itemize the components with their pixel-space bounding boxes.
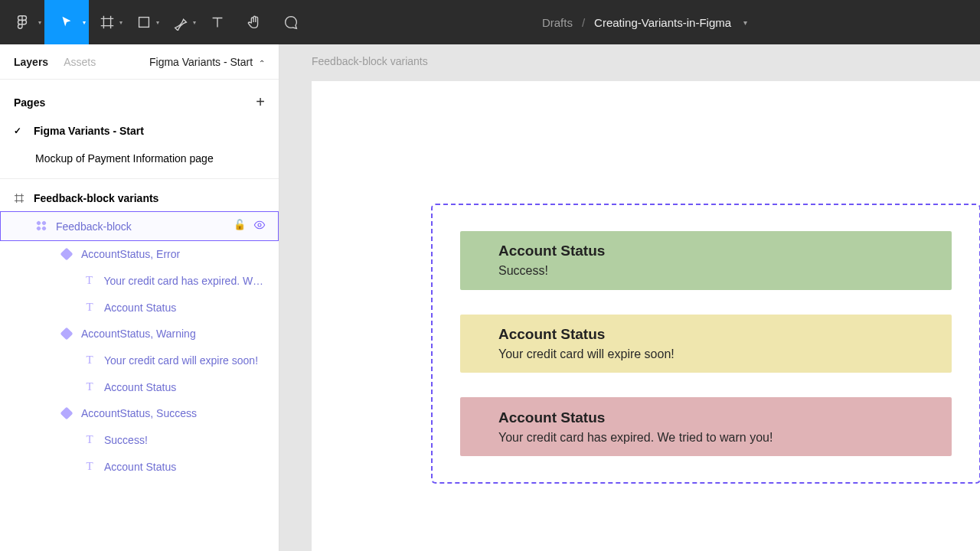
layer-label: AccountStatus, Success [81,407,197,419]
text-layer-icon: T [83,380,96,393]
canvas-frame[interactable]: Account Status Success! Account Status Y… [312,81,980,551]
layer-variant[interactable]: AccountStatus, Error [0,241,279,267]
pen-tool-button[interactable]: ▾ [162,0,199,44]
chevron-up-icon: ⌃ [259,59,265,67]
variant-icon [60,329,74,338]
feedback-card-error[interactable]: Account Status Your credit card has expi… [460,397,952,456]
variant-container[interactable]: Account Status Success! Account Status Y… [431,204,980,484]
svg-rect-0 [139,18,149,28]
pen-icon [172,14,189,31]
figma-logo-icon [14,14,31,31]
layer-frame[interactable]: Feedback-block variants [0,185,279,211]
svg-point-1 [258,223,261,227]
frame-icon [99,14,116,31]
layer-label: Feedback-block [56,220,132,233]
card-body: Success! [498,264,913,278]
text-layer-icon: T [83,301,96,314]
hand-icon [246,14,263,31]
card-title: Account Status [498,409,913,426]
tab-assets[interactable]: Assets [64,56,96,68]
page-selector[interactable]: Figma Variants - Start ⌃ [149,56,265,68]
layer-text[interactable]: T Account Status [0,453,279,480]
add-page-button[interactable]: + [256,93,265,111]
visibility-icon[interactable] [253,219,266,233]
move-tool-button[interactable]: ▾ [44,0,89,44]
card-title: Account Status [498,326,913,343]
divider [0,178,279,179]
page-row[interactable]: ✓ Figma Variants - Start [0,117,279,145]
page-row[interactable]: Mockup of Payment Information page [0,145,279,172]
layer-label: AccountStatus, Error [81,248,180,260]
rectangle-icon [136,14,152,31]
layer-label: AccountStatus, Warning [81,328,196,340]
variant-icon [60,409,74,418]
text-layer-icon: T [83,354,96,367]
hand-tool-button[interactable] [236,0,273,44]
cursor-icon [58,14,75,31]
text-layer-icon: T [83,460,96,473]
chevron-down-icon: ▾ [83,19,86,26]
layer-label: Your credit card has expired. We … [103,275,266,287]
layer-text[interactable]: T Account Status [0,294,279,321]
layer-component-set[interactable]: Feedback-block 🔓 [0,211,279,241]
layer-text[interactable]: T Your credit card will expire soon! [0,347,279,373]
figma-menu-button[interactable]: ▾ [0,0,44,44]
text-layer-icon: T [83,433,96,446]
page-name: Figma Variants - Start [34,125,144,137]
layer-label: Your credit card will expire soon! [104,354,258,367]
breadcrumb-location: Drafts [542,16,573,29]
tab-layers[interactable]: Layers [14,56,48,68]
layer-text[interactable]: T Your credit card has expired. We … [0,267,279,294]
check-icon: ✓ [14,126,26,136]
text-icon [209,14,226,31]
variant-icon [60,249,74,259]
layer-label: Feedback-block variants [34,192,158,204]
layer-text[interactable]: T Success! [0,426,279,453]
card-body: Your credit card has expired. We tried t… [498,431,913,445]
shape-tool-button[interactable]: ▾ [126,0,162,44]
left-panel: Layers Assets Figma Variants - Start ⌃ P… [0,44,279,551]
page-name: Mockup of Payment Information page [35,152,214,165]
pages-header: Pages + [0,80,279,117]
layer-label: Account Status [104,302,176,314]
comment-icon [283,14,299,31]
chevron-down-icon: ▾ [156,19,159,26]
chevron-down-icon: ▾ [193,19,196,26]
frame-tool-button[interactable]: ▾ [89,0,126,44]
breadcrumb-separator: / [582,16,585,29]
comment-tool-button[interactable] [273,0,309,44]
component-set-icon [34,221,48,231]
layer-label: Account Status [104,381,176,393]
layer-text[interactable]: T Account Status [0,373,279,400]
layer-label: Success! [104,434,148,446]
canvas[interactable]: Feedback-block variants Account Status S… [279,44,980,551]
layer-variant[interactable]: AccountStatus, Success [0,400,279,426]
text-layer-icon: T [83,274,96,287]
card-title: Account Status [498,243,913,259]
chevron-down-icon: ▾ [38,19,41,26]
text-tool-button[interactable] [199,0,236,44]
feedback-card-warning[interactable]: Account Status Your credit card will exp… [460,315,952,373]
layer-variant[interactable]: AccountStatus, Warning [0,321,279,347]
layer-label: Account Status [104,461,176,473]
frame-icon [12,192,26,204]
top-toolbar: ▾ ▾ ▾ ▾ ▾ Drafts / Creating-Variants-in-… [0,0,980,44]
unlock-icon[interactable]: 🔓 [234,219,246,233]
pages-label: Pages [14,96,45,109]
feedback-card-success[interactable]: Account Status Success! [460,231,952,290]
panel-tabs: Layers Assets Figma Variants - Start ⌃ [0,44,279,80]
document-name: Creating-Variants-in-Figma [594,16,731,29]
card-body: Your credit card will expire soon! [498,347,913,361]
document-title[interactable]: Drafts / Creating-Variants-in-Figma ▾ [309,16,980,29]
canvas-frame-label[interactable]: Feedback-block variants [312,55,428,67]
chevron-down-icon: ▾ [119,19,122,26]
chevron-down-icon: ▾ [743,18,747,27]
